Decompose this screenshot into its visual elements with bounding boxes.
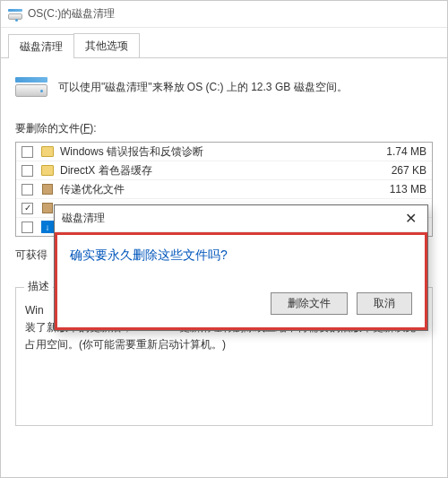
obtainable-label: 可获得 [15, 248, 47, 261]
checkbox[interactable] [22, 203, 33, 214]
file-row[interactable]: 传递优化文件 113 MB [16, 180, 432, 199]
dialog-button-row: 删除文件 取消 [70, 292, 412, 315]
delete-files-button[interactable]: 删除文件 [271, 292, 348, 315]
file-size: 267 KB [364, 164, 426, 177]
window-title: OS(C:)的磁盘清理 [28, 6, 115, 22]
checkbox[interactable] [22, 222, 33, 233]
file-size: 1.74 MB [364, 145, 426, 158]
label-suffix: ): [90, 122, 96, 135]
checkbox[interactable] [22, 184, 33, 196]
close-icon[interactable]: ✕ [401, 210, 420, 227]
info-row: 可以使用"磁盘清理"来释放 OS (C:) 上的 12.3 GB 磁盘空间。 [15, 71, 433, 103]
file-name: Windows 错误报告和反馈诊断 [60, 144, 364, 160]
checkbox[interactable] [22, 165, 33, 177]
dialog-body: 确实要永久删除这些文件吗? 删除文件 取消 [55, 232, 427, 330]
file-name: 传递优化文件 [60, 182, 364, 197]
files-to-delete-label: 要删除的文件(F): [15, 121, 433, 136]
download-icon: ↓ [40, 220, 55, 234]
info-text: 可以使用"磁盘清理"来释放 OS (C:) 上的 12.3 GB 磁盘空间。 [58, 80, 348, 95]
folder-icon [40, 144, 55, 159]
checkbox[interactable] [22, 146, 33, 158]
file-row[interactable]: DirectX 着色器缓存 267 KB [16, 161, 432, 180]
tab-bar: 磁盘清理 其他选项 [1, 28, 447, 58]
box-icon [40, 201, 55, 215]
label-prefix: 要删除的文件( [15, 122, 83, 135]
confirm-dialog: 磁盘清理 ✕ 确实要永久删除这些文件吗? 删除文件 取消 [54, 204, 428, 331]
folder-icon [40, 163, 55, 178]
window-titlebar: OS(C:)的磁盘清理 [1, 1, 447, 28]
description-prefix: Win [25, 304, 44, 317]
file-size: 113 MB [364, 183, 426, 196]
disk-cleanup-icon [15, 71, 47, 103]
file-name: DirectX 着色器缓存 [60, 163, 364, 178]
description-label: 描述 [24, 279, 53, 294]
dialog-title: 磁盘清理 [62, 211, 105, 226]
disk-icon [8, 7, 22, 22]
tab-disk-cleanup[interactable]: 磁盘清理 [8, 34, 74, 58]
cancel-button[interactable]: 取消 [357, 292, 412, 315]
box-icon [40, 182, 55, 196]
dialog-message: 确实要永久删除这些文件吗? [70, 248, 412, 264]
dialog-titlebar: 磁盘清理 ✕ [55, 205, 427, 232]
tab-more-options[interactable]: 其他选项 [73, 33, 140, 57]
file-row[interactable]: Windows 错误报告和反馈诊断 1.74 MB [16, 143, 432, 161]
